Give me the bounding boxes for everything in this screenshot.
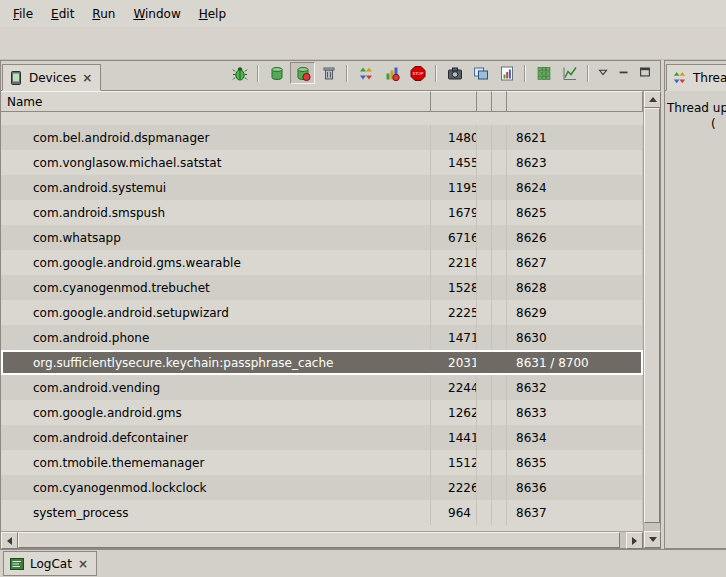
scroll-up-button[interactable] [644, 91, 661, 108]
system-trace-button[interactable] [531, 62, 556, 84]
process-port: 8630 [507, 325, 643, 350]
process-pid: 1512 [431, 450, 477, 475]
maximize-button[interactable] [636, 64, 656, 82]
process-pid: 1480 [431, 125, 477, 150]
process-cell-4 [492, 250, 507, 275]
process-cell-4 [492, 175, 507, 200]
vertical-scroll-thumb[interactable] [644, 108, 660, 523]
horizontal-scroll-thumb[interactable] [18, 532, 620, 548]
column-header-name[interactable]: Name [1, 91, 431, 112]
process-pid: 14411 [431, 425, 477, 450]
process-cell-4 [492, 200, 507, 225]
process-cell-3 [477, 275, 492, 300]
table-row[interactable]: com.cyanogenmod.lockclock 22265 8636 [1, 475, 643, 500]
process-name: com.cyanogenmod.lockclock [1, 475, 431, 500]
process-cell-3 [477, 150, 492, 175]
process-cell-4 [492, 350, 507, 375]
process-pid: 20311 [431, 350, 477, 375]
tab-devices[interactable]: Devices × [2, 64, 101, 91]
heap-icon [269, 65, 285, 81]
process-cell-4 [492, 325, 507, 350]
toolbar-separator [587, 65, 589, 82]
process-port: 8637 [507, 500, 643, 525]
update-heap-button[interactable] [264, 62, 289, 84]
table-row[interactable]: com.cyanogenmod.trebuchet 1528 8628 [1, 275, 643, 300]
process-cell-3 [477, 450, 492, 475]
process-name: com.google.android.gms.wearable [1, 250, 431, 275]
menu-window[interactable]: Window [124, 3, 189, 25]
minimize-button[interactable] [615, 64, 635, 82]
column-header-pid[interactable] [431, 91, 477, 112]
tab-logcat-label: LogCat [30, 557, 72, 571]
dump-hprof-button[interactable] [290, 62, 315, 84]
column-header-port[interactable] [507, 91, 643, 112]
table-row[interactable]: com.google.android.gms.wearable 22185 86… [1, 250, 643, 275]
table-row[interactable]: com.bel.android.dspmanager 1480 8621 [1, 125, 643, 150]
menu-file[interactable]: File [4, 3, 42, 25]
bottom-view-bar: LogCat × [0, 549, 726, 577]
menu-edit[interactable]: Edit [42, 3, 83, 25]
table-row[interactable]: system_process 964 8637 [1, 500, 643, 525]
arrow-right-icon [632, 537, 637, 545]
network-stats-button[interactable] [557, 62, 582, 84]
tab-logcat[interactable]: LogCat × [3, 551, 97, 576]
update-threads-button[interactable] [353, 62, 378, 84]
horizontal-scrollbar[interactable] [1, 531, 643, 548]
report-button[interactable] [494, 62, 519, 84]
scroll-left-button[interactable] [1, 532, 18, 549]
process-port: 8621 [507, 125, 643, 150]
column-header-4[interactable] [492, 91, 507, 112]
process-pid: 6716 [431, 225, 477, 250]
tab-threads[interactable]: Threads [666, 64, 726, 91]
process-cell-4 [492, 475, 507, 500]
garbage-collect-icon [321, 65, 337, 81]
tab-threads-label: Threads [693, 71, 726, 85]
table-row[interactable]: com.vonglasow.michael.satstat 14553 8623 [1, 150, 643, 175]
process-cell-3 [477, 375, 492, 400]
stop-icon: STOP [410, 65, 426, 81]
table-row[interactable]: com.google.android.gms 12623 8633 [1, 400, 643, 425]
table-row[interactable]: com.android.smspush 1679 8625 [1, 200, 643, 225]
table-row[interactable]: com.android.systemui 1195 8624 [1, 175, 643, 200]
vertical-scroll-track[interactable] [644, 523, 660, 531]
table-row[interactable]: com.whatsapp 6716 8626 [1, 225, 643, 250]
minimize-icon [617, 65, 633, 81]
process-pid: 12623 [431, 400, 477, 425]
table-row[interactable]: com.google.android.setupwizard 22250 862… [1, 300, 643, 325]
close-icon[interactable]: × [81, 71, 93, 85]
process-cell-4 [492, 125, 507, 150]
process-cell-3 [477, 225, 492, 250]
view-hierarchy-button[interactable] [468, 62, 493, 84]
stop-process-button[interactable]: STOP [405, 62, 430, 84]
table-row[interactable]: com.android.phone 1471 8630 [1, 325, 643, 350]
column-header-3[interactable] [477, 91, 492, 112]
view-menu-button[interactable] [594, 64, 614, 82]
toolbar-separator [346, 65, 348, 82]
close-icon[interactable]: × [77, 557, 89, 571]
cause-gc-button[interactable] [316, 62, 341, 84]
vertical-scrollbar[interactable] [643, 91, 660, 548]
table-row[interactable]: com.tmobile.thememanager 1512 8635 [1, 450, 643, 475]
menu-help[interactable]: Help [190, 3, 235, 25]
table-row[interactable]: com.android.defcontainer 14411 8634 [1, 425, 643, 450]
process-name: org.sufficientlysecure.keychain:passphra… [1, 350, 431, 375]
ddms-window: File Edit Run Window Help Devices × [0, 0, 726, 577]
method-profiling-button[interactable] [379, 62, 404, 84]
table-row[interactable]: org.sufficientlysecure.keychain:passphra… [1, 350, 643, 375]
view-menu-chevron-icon [596, 65, 612, 81]
screen-capture-button[interactable] [442, 62, 467, 84]
debug-process-button[interactable] [227, 62, 252, 84]
device-icon [8, 70, 24, 86]
table-row[interactable]: com.android.vending 22440 8632 [1, 375, 643, 400]
process-cell-4 [492, 500, 507, 525]
menu-run[interactable]: Run [83, 3, 124, 25]
process-cell-3 [477, 125, 492, 150]
scroll-right-button[interactable] [626, 532, 643, 549]
scroll-down-button[interactable] [644, 531, 661, 548]
process-port: 8623 [507, 150, 643, 175]
process-cell-4 [492, 375, 507, 400]
process-name: com.android.smspush [1, 200, 431, 225]
process-pid: 22265 [431, 475, 477, 500]
process-cell-3 [477, 425, 492, 450]
process-port: 8635 [507, 450, 643, 475]
